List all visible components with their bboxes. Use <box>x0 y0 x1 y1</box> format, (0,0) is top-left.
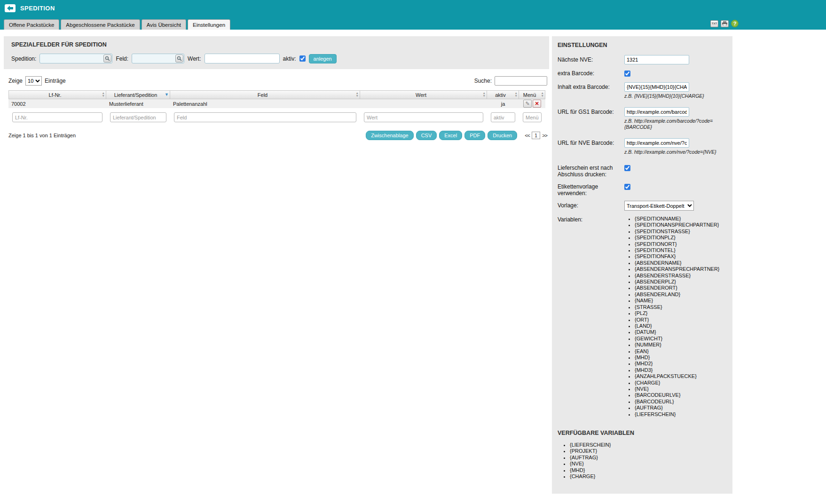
etikettenvorlage-label: Etikettenvorlage verwenden: <box>558 182 624 197</box>
naechste-nve-input[interactable] <box>624 55 689 64</box>
variable-item: {DATUM} <box>635 329 727 335</box>
filter-aktiv-input[interactable] <box>491 112 515 122</box>
column-header-menue[interactable]: Menü ▲▼ <box>519 90 545 99</box>
variable-item: {SPEDITIONORT} <box>635 241 727 247</box>
tab-einstellungen[interactable]: Einstellungen <box>188 19 230 30</box>
eintraege-label: Einträge <box>45 78 66 84</box>
variable-item: {MHD3} <box>635 367 727 373</box>
search-control: Suche: <box>474 76 547 86</box>
pagination-current-page[interactable]: 1 <box>532 132 540 139</box>
column-header-wert[interactable]: Wert ▲▼ <box>360 90 487 99</box>
spedition-lookup <box>39 54 112 63</box>
app-header: SPEDITION <box>0 0 826 16</box>
tab-avis-uebersicht[interactable]: Avis Übersicht <box>142 19 186 30</box>
verfuegbare-variablen-title: VERFÜGBARE VARIABLEN <box>558 430 727 436</box>
edit-icon[interactable]: ✎ <box>523 100 532 108</box>
variable-item: {BARCODEURL} <box>635 399 727 405</box>
variable-item: {ABSENDERPLZ} <box>635 279 727 285</box>
filter-lieferant-spedition-input[interactable] <box>110 112 166 122</box>
inhalt-extra-barcode-label: Inhalt extra Barcode: <box>558 82 624 90</box>
spedition-search-icon[interactable] <box>103 55 111 63</box>
inhalt-extra-barcode-input[interactable] <box>624 82 689 92</box>
column-header-lieferant-spedition[interactable]: Lieferant/Spedition ▲▼ <box>106 90 170 99</box>
etikettenvorlage-checkbox[interactable] <box>624 184 630 190</box>
variable-item: {CHARGE} <box>635 380 727 386</box>
url-nve-row: URL für NVE Barcode: z.B. http://example… <box>558 138 727 159</box>
spedition-app: SPEDITION Offene Packstücke Abgeschlosse… <box>0 0 826 504</box>
help-icon[interactable]: ? <box>731 20 739 27</box>
tab-offene-packstuecke[interactable]: Offene Packstücke <box>4 19 59 30</box>
filter-lf-nr-input[interactable] <box>12 112 102 122</box>
variable-item: {NUMMER} <box>635 342 727 348</box>
variablen-list: {SPEDITIONNAME}{SPEDITIONANSPRECHPARTNER… <box>624 216 727 417</box>
column-header-feld[interactable]: Feld ▲▼ <box>170 90 360 99</box>
aktiv-checkbox[interactable] <box>299 55 306 62</box>
pagination-prev[interactable]: << <box>525 133 530 138</box>
url-gs1-label: URL für GS1 Barcode: <box>558 107 624 115</box>
column-filter-row <box>8 112 545 122</box>
tab-abgeschlossene-packstuecke[interactable]: Abgeschlossene Packstücke <box>61 19 140 30</box>
variable-item: {ABSENDERNAME} <box>635 260 727 266</box>
column-header-lf-nr[interactable]: Lf-Nr. ▲▼ <box>8 90 106 99</box>
variable-item: {AUFTRAG} <box>570 455 727 461</box>
cell-lieferant-spedition: Musterlieferant <box>106 99 170 108</box>
variable-item: {NVE} <box>570 461 727 467</box>
pagination-next[interactable]: >> <box>542 133 547 138</box>
export-button[interactable]: Excel <box>439 131 462 140</box>
filter-feld-input[interactable] <box>174 112 356 122</box>
variable-item: {ABSENDERORT} <box>635 285 727 291</box>
page-size-select[interactable]: 10 <box>25 76 42 86</box>
variablen-row: Variablen: {SPEDITIONNAME}{SPEDITIONANSP… <box>558 215 727 417</box>
cell-aktiv: ja <box>487 99 519 108</box>
cell-lf-nr: 70002 <box>8 99 106 108</box>
variable-item: {NAME} <box>635 298 727 304</box>
variable-item: {MHD} <box>635 354 727 361</box>
variablen-label: Variablen: <box>558 215 624 223</box>
etikettenvorlage-row: Etikettenvorlage verwenden: <box>558 182 727 197</box>
spezialfelder-panel: SPEZIALFELDER FÜR SPEDITION Spedition: F… <box>4 36 549 69</box>
variable-item: {ABSENDERSTRASSE} <box>635 273 727 279</box>
page-title: SPEDITION <box>20 5 55 12</box>
variable-item: {SPEDITIONFAX} <box>635 253 727 260</box>
export-button[interactable]: Zwischenablage <box>366 131 414 140</box>
filter-menue-input[interactable] <box>523 112 542 122</box>
variable-item: {SPEDITIONTEL} <box>635 247 727 253</box>
variable-item: {LIEFERSCHEIN} <box>635 411 727 417</box>
anlegen-button[interactable]: anlegen <box>309 54 337 63</box>
extra-barcode-label: extra Barcode: <box>558 69 624 77</box>
txt-export-icon[interactable]: TXT <box>710 20 718 27</box>
inhalt-extra-barcode-hint: z.B. {NVE}{15}{MHD}{10}{CHARGE} <box>624 93 721 99</box>
feld-search-icon[interactable] <box>175 55 183 63</box>
spedition-label: Spedition: <box>11 55 36 62</box>
url-nve-input[interactable] <box>624 138 689 148</box>
variable-item: {BARCODEURLVE} <box>635 392 727 398</box>
content-area: SPEZIALFELDER FÜR SPEDITION Spedition: F… <box>0 30 826 504</box>
wert-input[interactable] <box>205 54 280 63</box>
variable-item: {SPEDITIONNAME} <box>635 216 727 222</box>
lieferschein-checkbox[interactable] <box>624 165 630 171</box>
export-button[interactable]: PDF <box>464 131 485 140</box>
spezialfeld-form: Spedition: Feld: Wert: <box>4 54 549 63</box>
einstellungen-sidebar: EINSTELLUNGEN Nächste NVE: extra Barcode… <box>552 36 732 494</box>
url-gs1-input[interactable] <box>624 107 689 117</box>
cell-menue: ✎ ✕ <box>519 99 545 108</box>
extra-barcode-checkbox[interactable] <box>624 71 630 77</box>
export-button[interactable]: Drucken <box>488 131 517 140</box>
search-input[interactable] <box>495 76 547 86</box>
export-button[interactable]: CSV <box>416 131 437 140</box>
variable-item: {PLZ} <box>635 310 727 316</box>
variable-item: {ABSENDERLAND} <box>635 291 727 298</box>
pagination: << 1 >> <box>525 132 547 139</box>
url-gs1-row: URL für GS1 Barcode: z.B. http://example… <box>558 107 727 134</box>
variable-item: {SPEDITIONPLZ} <box>635 235 727 241</box>
delete-icon[interactable]: ✕ <box>533 100 541 108</box>
column-header-aktiv[interactable]: aktiv ▲▼ <box>487 90 519 99</box>
spedition-input[interactable] <box>39 54 112 63</box>
zeige-label: Zeige <box>8 78 23 84</box>
back-icon[interactable] <box>5 4 16 12</box>
filter-wert-input[interactable] <box>364 112 483 122</box>
print-icon[interactable] <box>721 20 729 27</box>
vorlage-select[interactable]: Transport-Etikett-Doppelt <box>624 201 694 211</box>
toolbar-icons: TXT ? <box>710 20 739 27</box>
sort-icon: ▲▼ <box>483 92 486 97</box>
